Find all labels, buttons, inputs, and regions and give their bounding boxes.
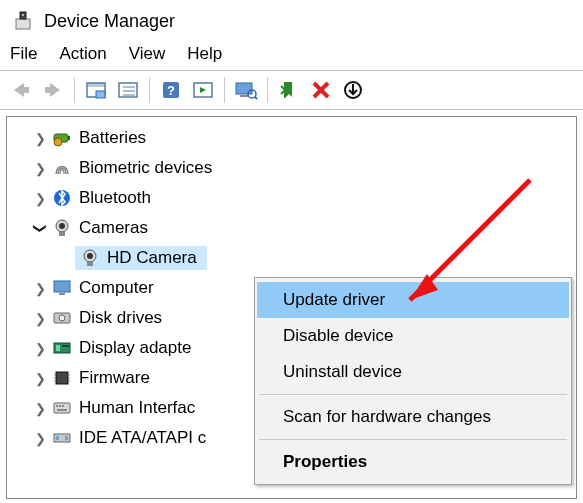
toolbar: ? <box>0 70 583 110</box>
menu-help[interactable]: Help <box>187 44 222 64</box>
cm-scan-hardware[interactable]: Scan for hardware changes <box>257 399 569 435</box>
context-menu: Update driver Disable device Uninstall d… <box>254 277 572 485</box>
svg-rect-4 <box>45 87 51 93</box>
camera-icon <box>79 247 101 269</box>
tree-label: HD Camera <box>107 248 203 268</box>
tree-label: Firmware <box>79 368 156 388</box>
cm-separator <box>259 439 567 440</box>
tree-label: Batteries <box>79 128 152 148</box>
disable-icon[interactable] <box>338 75 368 105</box>
chevron-right-icon[interactable]: ❯ <box>31 311 49 326</box>
disk-icon <box>51 307 73 329</box>
svg-point-36 <box>59 315 65 321</box>
svg-rect-15 <box>236 83 252 94</box>
fingerprint-icon <box>51 157 73 179</box>
svg-rect-47 <box>54 403 70 413</box>
camera-icon <box>51 217 73 239</box>
svg-rect-53 <box>56 436 59 440</box>
menu-file[interactable]: File <box>10 44 37 64</box>
app-icon <box>12 10 34 32</box>
toolbar-sep <box>74 77 75 103</box>
resources-icon[interactable] <box>113 75 143 105</box>
firmware-icon <box>51 367 73 389</box>
cm-uninstall-device[interactable]: Uninstall device <box>257 354 569 390</box>
svg-rect-49 <box>59 405 61 407</box>
menu-action[interactable]: Action <box>59 44 106 64</box>
tree-label: Biometric devices <box>79 158 218 178</box>
svg-rect-50 <box>62 405 64 407</box>
forward-icon[interactable] <box>38 75 68 105</box>
menu-view[interactable]: View <box>129 44 166 64</box>
tree-label: Disk drives <box>79 308 168 328</box>
tree-node-hd-camera[interactable]: HD Camera <box>7 243 576 273</box>
chevron-right-icon[interactable]: ❯ <box>31 401 49 416</box>
scan-icon[interactable] <box>231 75 261 105</box>
help-icon[interactable]: ? <box>156 75 186 105</box>
svg-rect-29 <box>59 232 65 236</box>
chevron-right-icon[interactable]: ❯ <box>31 161 49 176</box>
battery-icon <box>51 127 73 149</box>
svg-rect-2 <box>22 14 24 16</box>
svg-point-25 <box>54 138 62 146</box>
toolbar-sep <box>149 77 150 103</box>
toolbar-sep <box>224 77 225 103</box>
svg-rect-0 <box>16 19 30 29</box>
back-icon[interactable] <box>6 75 36 105</box>
svg-rect-7 <box>96 91 105 98</box>
chevron-right-icon[interactable]: ❯ <box>31 371 49 386</box>
cm-properties[interactable]: Properties <box>257 444 569 480</box>
bluetooth-icon <box>51 187 73 209</box>
menu-bar: File Action View Help <box>0 40 583 70</box>
tree-label: Display adapte <box>79 338 197 358</box>
tree-label: Computer <box>79 278 160 298</box>
cm-update-driver[interactable]: Update driver <box>257 282 569 318</box>
svg-rect-40 <box>56 372 68 384</box>
window-title: Device Manager <box>44 11 175 32</box>
cm-disable-device[interactable]: Disable device <box>257 318 569 354</box>
svg-point-28 <box>59 223 65 229</box>
ide-icon <box>51 427 73 449</box>
hid-icon <box>51 397 73 419</box>
monitor-icon <box>51 277 73 299</box>
legacy-icon[interactable] <box>188 75 218 105</box>
toolbar-sep <box>267 77 268 103</box>
update-driver-icon[interactable] <box>274 75 304 105</box>
cm-separator <box>259 394 567 395</box>
tree-node-bluetooth[interactable]: ❯ Bluetooth <box>7 183 576 213</box>
svg-rect-6 <box>87 83 105 87</box>
chevron-right-icon[interactable]: ❯ <box>31 131 49 146</box>
tree-label: Human Interfac <box>79 398 201 418</box>
tree-node-batteries[interactable]: ❯ Batteries <box>7 123 576 153</box>
svg-rect-48 <box>56 405 58 407</box>
svg-rect-51 <box>57 409 67 411</box>
svg-rect-33 <box>54 281 70 292</box>
chevron-right-icon[interactable]: ❯ <box>31 281 49 296</box>
svg-rect-3 <box>23 87 29 93</box>
show-hidden-icon[interactable] <box>81 75 111 105</box>
svg-text:?: ? <box>167 83 175 98</box>
chevron-right-icon[interactable]: ❯ <box>31 191 49 206</box>
tree-label: Cameras <box>79 218 154 238</box>
tree-label: Bluetooth <box>79 188 157 208</box>
svg-rect-16 <box>240 95 248 97</box>
tree-label: IDE ATA/ATAPI c <box>79 428 212 448</box>
svg-rect-39 <box>62 345 69 347</box>
display-adapter-icon <box>51 337 73 359</box>
uninstall-icon[interactable] <box>306 75 336 105</box>
svg-rect-34 <box>59 293 65 295</box>
svg-point-31 <box>87 253 93 259</box>
svg-rect-24 <box>68 136 70 140</box>
svg-rect-38 <box>56 345 60 351</box>
tree-node-cameras[interactable]: ❯ Cameras <box>7 213 576 243</box>
tree-node-biometric[interactable]: ❯ Biometric devices <box>7 153 576 183</box>
svg-rect-54 <box>65 436 68 440</box>
svg-line-18 <box>255 97 257 99</box>
chevron-right-icon[interactable]: ❯ <box>31 341 49 356</box>
svg-rect-32 <box>87 262 93 266</box>
chevron-down-icon[interactable]: ❯ <box>33 219 48 237</box>
chevron-right-icon[interactable]: ❯ <box>31 431 49 446</box>
title-bar: Device Manager <box>0 0 583 40</box>
